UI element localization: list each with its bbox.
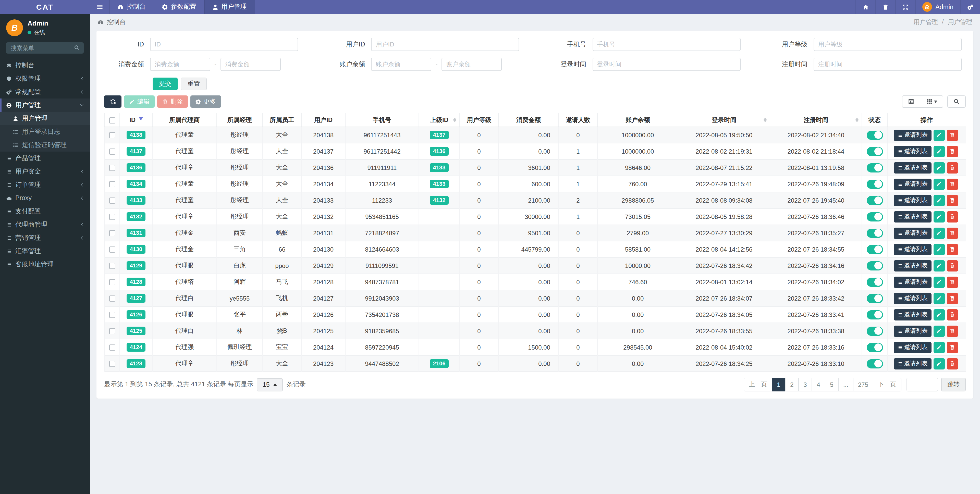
invite-list-button[interactable]: 邀请列表 xyxy=(894,276,931,288)
row-delete-button[interactable] xyxy=(947,146,958,157)
status-toggle[interactable] xyxy=(866,326,883,335)
invite-list-button[interactable]: 邀请列表 xyxy=(894,293,931,304)
row-edit-button[interactable] xyxy=(933,325,945,337)
page-button-上一页[interactable]: 上一页 xyxy=(744,378,772,391)
status-toggle[interactable] xyxy=(866,277,883,287)
filter-id-input[interactable] xyxy=(150,38,298,51)
table-search-button[interactable] xyxy=(947,95,966,108)
invite-list-button[interactable]: 邀请列表 xyxy=(894,244,931,255)
jump-button[interactable]: 跳转 xyxy=(941,378,966,391)
sidebar-item-产品管理[interactable]: 产品管理 xyxy=(0,152,90,165)
row-delete-button[interactable] xyxy=(947,325,958,337)
row-edit-button[interactable] xyxy=(933,162,945,173)
filter-consume-min-input[interactable] xyxy=(150,58,210,71)
row-delete-button[interactable] xyxy=(947,358,958,369)
row-edit-button[interactable] xyxy=(933,244,945,255)
breadcrumb-left[interactable]: 控制台 xyxy=(107,18,126,27)
sidebar-toggle-button[interactable] xyxy=(90,0,109,14)
invite-list-button[interactable]: 邀请列表 xyxy=(894,342,931,353)
reset-button[interactable]: 重置 xyxy=(181,78,207,91)
status-toggle[interactable] xyxy=(866,359,883,368)
invite-list-button[interactable]: 邀请列表 xyxy=(894,146,931,157)
row-checkbox[interactable] xyxy=(109,181,115,187)
sidebar-item-客服地址管理[interactable]: 客服地址管理 xyxy=(0,258,90,271)
page-button-275[interactable]: 275 xyxy=(853,378,873,391)
row-checkbox[interactable] xyxy=(109,149,115,155)
column-header-注册时间[interactable]: 注册时间 xyxy=(770,113,862,127)
brand-logo[interactable]: CAT xyxy=(0,0,90,14)
sidebar-item-常规配置[interactable]: 常规配置 xyxy=(0,85,90,98)
row-delete-button[interactable] xyxy=(947,178,958,190)
invite-list-button[interactable]: 邀请列表 xyxy=(894,358,931,369)
row-checkbox[interactable] xyxy=(109,198,115,204)
sidebar-item-用户登录日志[interactable]: 用户登录日志 xyxy=(0,125,90,138)
row-delete-button[interactable] xyxy=(947,309,958,320)
sidebar-item-权限管理[interactable]: 权限管理 xyxy=(0,72,90,85)
row-checkbox[interactable] xyxy=(109,280,115,286)
row-delete-button[interactable] xyxy=(947,276,958,288)
settings-button[interactable] xyxy=(960,0,980,14)
row-delete-button[interactable] xyxy=(947,260,958,271)
status-toggle[interactable] xyxy=(866,245,883,254)
row-delete-button[interactable] xyxy=(947,162,958,173)
filter-login-time-input[interactable] xyxy=(592,58,740,71)
row-checkbox[interactable] xyxy=(109,312,115,318)
row-edit-button[interactable] xyxy=(933,146,945,157)
sidebar-item-用户管理[interactable]: 用户管理 xyxy=(0,98,90,112)
sidebar-item-用户管理[interactable]: 用户管理 xyxy=(0,112,90,125)
column-header-ID[interactable]: ID xyxy=(120,113,152,127)
page-button-1[interactable]: 1 xyxy=(772,378,786,391)
column-header-上级ID[interactable]: 上级ID xyxy=(419,113,460,127)
status-toggle[interactable] xyxy=(866,179,883,189)
filter-balance-max-input[interactable] xyxy=(442,58,502,71)
row-delete-button[interactable] xyxy=(947,244,958,255)
row-edit-button[interactable] xyxy=(933,342,945,353)
edit-button[interactable]: 编辑 xyxy=(124,95,155,108)
nav-item-用户管理[interactable]: 用户管理 xyxy=(204,0,255,14)
page-button-3[interactable]: 3 xyxy=(798,378,812,391)
filter-balance-min-input[interactable] xyxy=(371,58,431,71)
status-toggle[interactable] xyxy=(866,163,883,172)
status-toggle[interactable] xyxy=(866,294,883,303)
row-edit-button[interactable] xyxy=(933,211,945,222)
row-edit-button[interactable] xyxy=(933,129,945,141)
status-toggle[interactable] xyxy=(866,261,883,270)
status-toggle[interactable] xyxy=(866,343,883,352)
row-checkbox[interactable] xyxy=(109,165,115,171)
sidebar-item-汇率管理[interactable]: 汇率管理 xyxy=(0,245,90,258)
page-button-2[interactable]: 2 xyxy=(785,378,799,391)
jump-page-input[interactable] xyxy=(907,378,938,391)
row-delete-button[interactable] xyxy=(947,342,958,353)
row-edit-button[interactable] xyxy=(933,358,945,369)
columns-button[interactable] xyxy=(920,95,943,108)
status-toggle[interactable] xyxy=(866,130,883,140)
invite-list-button[interactable]: 邀请列表 xyxy=(894,195,931,206)
row-checkbox[interactable] xyxy=(109,214,115,220)
row-checkbox[interactable] xyxy=(109,345,115,351)
invite-list-button[interactable]: 邀请列表 xyxy=(894,178,931,190)
page-size-select[interactable]: 15 xyxy=(257,378,283,391)
filter-phone-input[interactable] xyxy=(592,38,740,51)
filter-user-id-input[interactable] xyxy=(371,38,519,51)
row-checkbox[interactable] xyxy=(109,361,115,367)
row-edit-button[interactable] xyxy=(933,260,945,271)
page-button-5[interactable]: 5 xyxy=(825,378,838,391)
row-edit-button[interactable] xyxy=(933,276,945,288)
breadcrumb-item[interactable]: 用户管理 xyxy=(913,18,938,27)
row-delete-button[interactable] xyxy=(947,227,958,238)
invite-list-button[interactable]: 邀请列表 xyxy=(894,325,931,337)
sidebar-item-控制台[interactable]: 控制台 xyxy=(0,59,90,72)
select-all-checkbox[interactable] xyxy=(109,118,115,124)
row-checkbox[interactable] xyxy=(109,296,115,302)
row-checkbox[interactable] xyxy=(109,230,115,237)
row-edit-button[interactable] xyxy=(933,227,945,238)
page-button-下一页[interactable]: 下一页 xyxy=(873,378,901,391)
row-checkbox[interactable] xyxy=(109,329,115,335)
filter-level-input[interactable] xyxy=(814,38,962,51)
row-edit-button[interactable] xyxy=(933,293,945,304)
invite-list-button[interactable]: 邀请列表 xyxy=(894,129,931,141)
refresh-button[interactable] xyxy=(104,95,121,108)
sidebar-item-订单管理[interactable]: 订单管理 xyxy=(0,178,90,191)
sidebar-item-短信验证码管理[interactable]: 短信验证码管理 xyxy=(0,138,90,152)
sidebar-item-营销管理[interactable]: 营销管理 xyxy=(0,231,90,245)
